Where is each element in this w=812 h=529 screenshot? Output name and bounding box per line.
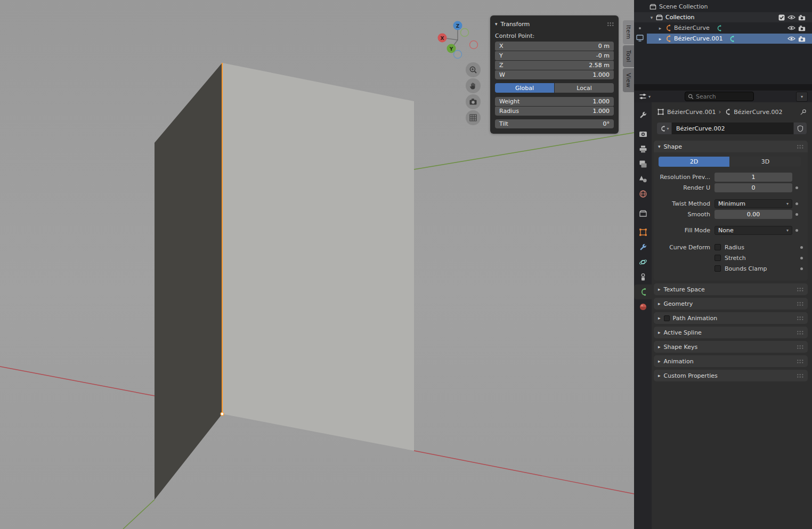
- eye-icon[interactable]: [787, 25, 795, 31]
- datablock-name-field[interactable]: BézierCurve.002: [672, 123, 793, 134]
- resolution-preview-field[interactable]: 1: [714, 173, 792, 182]
- camera-view-button[interactable]: [466, 94, 481, 109]
- twist-method-dropdown[interactable]: Minimum ▾: [714, 199, 792, 208]
- drag-handle-icon[interactable]: [607, 22, 614, 27]
- animate-dot[interactable]: [797, 246, 806, 249]
- path-animation-panel-header[interactable]: ▸ Path Animation: [654, 312, 808, 324]
- search-field[interactable]: [685, 92, 754, 101]
- w-field[interactable]: W 1.000: [495, 70, 614, 79]
- sidebar-tab-item[interactable]: Item: [623, 20, 634, 44]
- 3d-toggle-button[interactable]: 3D: [730, 157, 801, 167]
- breadcrumb-data[interactable]: BézierCurve.002: [734, 109, 782, 116]
- render-u-field[interactable]: 0: [714, 183, 792, 192]
- gizmo-minus-z-handle[interactable]: [454, 51, 462, 59]
- sidebar-tab-tool[interactable]: Tool: [623, 45, 634, 67]
- tab-constraints[interactable]: [634, 270, 652, 284]
- wall-left-face[interactable]: [155, 63, 222, 500]
- geometry-panel-header[interactable]: ▸ Geometry: [654, 298, 808, 310]
- active-spline-panel-header[interactable]: ▸ Active Spline: [654, 327, 808, 338]
- z-field[interactable]: Z 2.58 m: [495, 61, 614, 70]
- outliner-row-beziercurve[interactable]: ▸ BézierCurve: [647, 23, 812, 33]
- outliner-row-beziercurve-001[interactable]: ▸ BézierCurve.001: [647, 34, 812, 44]
- stretch-checkbox[interactable]: [714, 255, 721, 261]
- radius-checkbox[interactable]: [714, 244, 721, 250]
- fake-user-button[interactable]: [794, 123, 807, 134]
- tab-collection[interactable]: [634, 206, 652, 221]
- y-field[interactable]: Y -0 m: [495, 51, 614, 60]
- toggle-projection-button[interactable]: [466, 110, 481, 125]
- search-input[interactable]: [696, 93, 740, 100]
- editor-type-button[interactable]: ▾: [638, 92, 651, 101]
- drag-handle-icon[interactable]: [797, 287, 803, 292]
- outliner-row-scene-collection[interactable]: Scene Collection: [634, 2, 812, 12]
- tab-view-layer[interactable]: [634, 157, 652, 172]
- animate-dot[interactable]: [792, 229, 801, 232]
- eye-icon[interactable]: [787, 14, 795, 20]
- outliner[interactable]: Scene Collection ▾ Collection ▸: [634, 0, 812, 84]
- tab-world[interactable]: [634, 186, 652, 201]
- animation-panel-header[interactable]: ▸ Animation: [654, 355, 808, 367]
- outliner-row-collection[interactable]: ▾ Collection: [634, 12, 812, 22]
- custom-properties-panel-header[interactable]: ▸ Custom Properties: [654, 370, 808, 381]
- exclude-checkbox-icon[interactable]: [778, 14, 785, 21]
- filter-dropdown-button[interactable]: ▾: [796, 92, 808, 102]
- collapse-arrow-icon[interactable]: ▸: [656, 26, 664, 31]
- animate-dot[interactable]: [792, 213, 801, 216]
- local-toggle-button[interactable]: Local: [555, 83, 614, 93]
- tab-object[interactable]: [634, 225, 652, 240]
- 3d-viewport[interactable]: Z X Y: [0, 0, 634, 529]
- weight-field[interactable]: Weight 1.000: [495, 97, 614, 106]
- tab-render[interactable]: [634, 127, 652, 142]
- animate-dot[interactable]: [797, 257, 806, 259]
- navigation-gizmo[interactable]: Z X Y: [434, 15, 483, 64]
- gizmo-minus-x-handle[interactable]: [470, 41, 478, 49]
- fill-mode-dropdown[interactable]: None ▾: [714, 226, 792, 235]
- zoom-button[interactable]: [466, 62, 481, 77]
- tab-material[interactable]: [634, 299, 652, 314]
- x-field[interactable]: X 0 m: [495, 42, 614, 51]
- animate-dot[interactable]: [792, 186, 801, 189]
- eye-icon[interactable]: [787, 36, 795, 42]
- tab-object-data[interactable]: [634, 284, 652, 299]
- selected-control-point[interactable]: [221, 412, 224, 416]
- animate-dot[interactable]: [792, 202, 801, 205]
- global-toggle-button[interactable]: Global: [495, 83, 554, 93]
- breadcrumb-object[interactable]: BézierCurve.001: [667, 109, 716, 116]
- tilt-field[interactable]: Tilt 0°: [495, 119, 614, 128]
- drag-handle-icon[interactable]: [797, 302, 803, 306]
- camera-icon[interactable]: [798, 25, 806, 31]
- shape-keys-panel-header[interactable]: ▸ Shape Keys: [654, 341, 808, 353]
- path-animation-checkbox[interactable]: [664, 315, 670, 321]
- pin-icon[interactable]: [800, 109, 807, 116]
- tab-physics[interactable]: [634, 255, 652, 270]
- radius-field[interactable]: Radius 1.000: [495, 107, 614, 116]
- bounds-clamp-checkbox[interactable]: [714, 265, 721, 272]
- tab-output[interactable]: [634, 142, 652, 157]
- editor-divider[interactable]: [634, 84, 812, 91]
- sidebar-tab-view[interactable]: View: [623, 68, 634, 93]
- tab-scene[interactable]: [634, 172, 652, 186]
- shape-panel-header[interactable]: ▾ Shape: [654, 141, 808, 152]
- drag-handle-icon[interactable]: [797, 330, 803, 335]
- drag-handle-icon[interactable]: [797, 316, 803, 321]
- texture-space-panel-header[interactable]: ▸ Texture Space: [654, 283, 808, 295]
- expand-arrow-icon[interactable]: ▾: [648, 15, 655, 20]
- tab-modifiers[interactable]: [634, 240, 652, 255]
- drag-handle-icon[interactable]: [797, 144, 803, 149]
- datablock-selector-button[interactable]: ▾: [657, 123, 671, 134]
- wall-right-face[interactable]: [222, 63, 414, 451]
- 2d-toggle-button[interactable]: 2D: [659, 157, 729, 167]
- y-field-value: -0 m: [596, 52, 610, 59]
- collapse-arrow-icon[interactable]: ▸: [656, 36, 664, 42]
- drag-handle-icon[interactable]: [797, 359, 803, 364]
- animate-dot[interactable]: [797, 267, 806, 270]
- camera-icon[interactable]: [798, 14, 806, 21]
- smooth-field[interactable]: 0.00: [714, 210, 792, 219]
- drag-handle-icon[interactable]: [797, 373, 803, 378]
- gizmo-minus-y-handle[interactable]: [461, 29, 469, 37]
- drag-handle-icon[interactable]: [797, 345, 803, 349]
- transform-panel-header[interactable]: ▾ Transform: [495, 18, 614, 30]
- move-view-button[interactable]: [466, 78, 481, 93]
- camera-icon[interactable]: [798, 36, 806, 42]
- tab-tool-settings[interactable]: [634, 108, 652, 123]
